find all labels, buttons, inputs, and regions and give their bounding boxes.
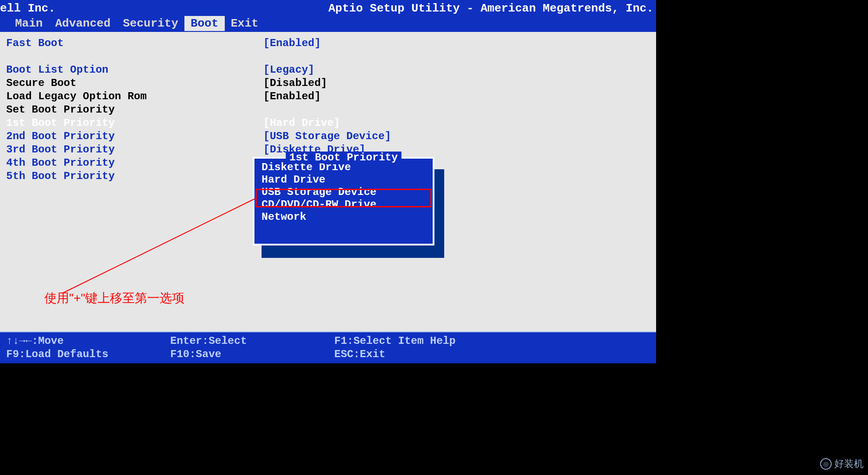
tab-exit[interactable]: Exit — [225, 16, 265, 31]
spacer — [6, 50, 650, 63]
footer-f1: F1:Select Item Help — [334, 335, 498, 348]
bios-screen: ell Inc. Aptio Setup Utility - American … — [0, 0, 656, 363]
footer-enter: Enter:Select — [170, 335, 334, 348]
value-boot-list-option: [Legacy] — [263, 64, 314, 76]
row-boot1[interactable]: 1st Boot Priority [Hard Drive] — [6, 116, 650, 129]
utility-title: Aptio Setup Utility - American Megatrend… — [328, 2, 653, 15]
value-boot1: [Hard Drive] — [263, 117, 340, 129]
row-boot-list-option[interactable]: Boot List Option [Legacy] — [6, 63, 650, 76]
label-set-boot-priority: Set Boot Priority — [6, 104, 263, 116]
tab-security[interactable]: Security — [117, 16, 184, 31]
label-boot1: 1st Boot Priority — [6, 117, 263, 129]
tabs: Main Advanced Security Boot Exit — [9, 16, 265, 31]
footer-bar: ↑↓→←:Move Enter:Select F1:Select Item He… — [0, 331, 656, 363]
tab-advanced[interactable]: Advanced — [49, 16, 117, 31]
watermark: ◎ 好装机 — [820, 457, 864, 471]
popup-item-cd-dvd[interactable]: CD/DVD/CD-RW Drive — [259, 199, 428, 211]
label-boot4: 4th Boot Priority — [6, 157, 263, 169]
body-panel: Fast Boot [Enabled] Boot List Option [Le… — [0, 32, 656, 331]
watermark-text: 好装机 — [834, 457, 864, 471]
label-boot3: 3rd Boot Priority — [6, 144, 263, 156]
watermark-icon: ◎ — [820, 458, 832, 470]
boot-priority-popup: 1st Boot Priority Diskette Drive Hard Dr… — [253, 157, 434, 245]
popup-item-network[interactable]: Network — [259, 211, 428, 223]
footer-move: ↑↓→←:Move — [6, 335, 170, 348]
label-boot2: 2nd Boot Priority — [6, 130, 263, 142]
row-secure-boot[interactable]: Secure Boot [Disabled] — [6, 76, 650, 90]
popup-item-hard-drive[interactable]: Hard Drive — [259, 174, 428, 186]
value-fast-boot: [Enabled] — [263, 37, 321, 49]
label-load-legacy: Load Legacy Option Rom — [6, 90, 263, 102]
popup-item-usb-storage[interactable]: USB Storage Device — [259, 186, 428, 199]
value-secure-boot: [Disabled] — [263, 77, 327, 89]
tab-boot[interactable]: Boot — [184, 16, 224, 31]
label-boot5: 5th Boot Priority — [6, 170, 263, 182]
label-fast-boot: Fast Boot — [6, 37, 263, 49]
row-fast-boot[interactable]: Fast Boot [Enabled] — [6, 36, 650, 50]
tab-main[interactable]: Main — [9, 16, 49, 31]
annotation-text: 使用"+"键上移至第一选项 — [44, 290, 184, 307]
footer-f9: F9:Load Defaults — [6, 348, 170, 362]
value-boot2: [USB Storage Device] — [263, 130, 391, 142]
header-bar: ell Inc. Aptio Setup Utility - American … — [0, 0, 656, 32]
row-boot2[interactable]: 2nd Boot Priority [USB Storage Device] — [6, 129, 650, 143]
footer-esc: ESC:Exit — [334, 348, 498, 362]
label-boot-list-option: Boot List Option — [6, 64, 263, 76]
label-secure-boot: Secure Boot — [6, 77, 263, 89]
popup-title: 1st Boot Priority — [286, 152, 402, 164]
row-set-boot-priority[interactable]: Set Boot Priority — [6, 103, 650, 116]
vendor-label: ell Inc. — [0, 2, 55, 15]
value-load-legacy: [Enabled] — [263, 90, 321, 102]
footer-f10: F10:Save — [170, 348, 334, 362]
svg-line-0 — [62, 199, 255, 293]
row-load-legacy-option-rom[interactable]: Load Legacy Option Rom [Enabled] — [6, 90, 650, 103]
